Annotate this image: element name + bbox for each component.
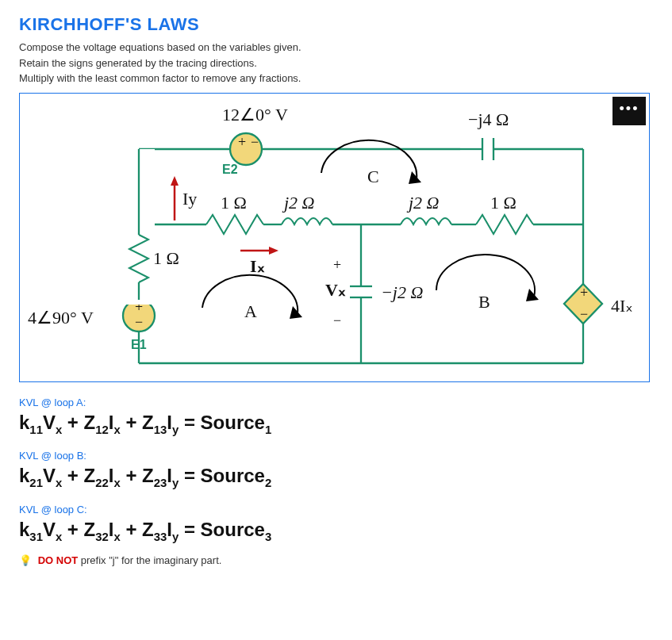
svg-text:−: − (135, 314, 143, 330)
loop-c-label: C (367, 167, 379, 186)
dependent-source-value: 4Iₓ (611, 296, 633, 316)
note-rest: prefix "j" for the imaginary part. (78, 554, 221, 566)
svg-marker-18 (269, 247, 278, 255)
svg-text:−: − (251, 134, 259, 150)
footnote: 💡 DO NOT prefix "j" for the imaginary pa… (19, 554, 653, 566)
instructions: Compose the voltage equations based on t… (19, 40, 653, 86)
circuit-diagram: ••• + − E2 12∠0° V −j4 Ω + − 4Iₓ + − E1 … (19, 93, 650, 382)
r-1ohm-mid: 1 Ω (221, 193, 247, 213)
e2-value: 12∠0° V (222, 105, 288, 125)
svg-marker-22 (409, 171, 421, 184)
e1-label: E1 (131, 338, 147, 351)
svg-text:−: − (580, 306, 588, 322)
kvl-b-label: KVL @ loop B: (19, 450, 653, 462)
equation-c: k31Vx + Z32Ix + Z33Iy = Source3 (19, 519, 653, 543)
svg-marker-13 (171, 176, 179, 186)
kvl-a-label: KVL @ loop A: (19, 397, 653, 408)
loop-b-label: B (478, 292, 490, 312)
instruction-line: Multiply with the least common factor to… (19, 71, 653, 86)
svg-text:+: + (580, 285, 588, 301)
vx-minus: − (333, 312, 341, 328)
vx-plus: + (333, 257, 341, 273)
kvl-c-label: KVL @ loop C: (19, 504, 653, 515)
capacitor-value: −j4 Ω (468, 109, 509, 129)
page-title: KIRCHHOFF'S LAWS (19, 14, 653, 35)
loop-a-label: A (244, 301, 257, 321)
instruction-line: Compose the voltage equations based on t… (19, 40, 653, 56)
equation-a: k11Vx + Z12Ix + Z13Iy = Source1 (19, 412, 653, 436)
svg-marker-23 (290, 306, 302, 319)
do-not-text: DO NOT (38, 554, 79, 566)
l-j2-right: j2 Ω (406, 193, 440, 213)
cap-j2-value: −j2 Ω (381, 282, 423, 302)
r-1ohm-right: 1 Ω (490, 193, 516, 213)
equation-b: k21Vx + Z22Ix + Z23Iy = Source2 (19, 465, 653, 489)
e1-value: 4∠90° V (28, 308, 94, 328)
svg-text:+: + (238, 134, 246, 150)
ix-label: Iₓ (250, 256, 265, 276)
iy-label: Iy (182, 189, 197, 209)
e2-label: E2 (222, 163, 238, 176)
bulb-icon: 💡 (19, 554, 32, 566)
more-options-button[interactable]: ••• (612, 97, 646, 125)
instruction-line: Retain the signs generated by the tracin… (19, 56, 653, 71)
svg-marker-24 (526, 289, 539, 301)
vx-label: Vₓ (325, 280, 346, 300)
svg-text:1 Ω: 1 Ω (153, 248, 179, 268)
circuit-svg: + − E2 12∠0° V −j4 Ω + − 4Iₓ + − E1 4∠90… (20, 94, 649, 381)
l-j2-left: j2 Ω (282, 193, 315, 213)
